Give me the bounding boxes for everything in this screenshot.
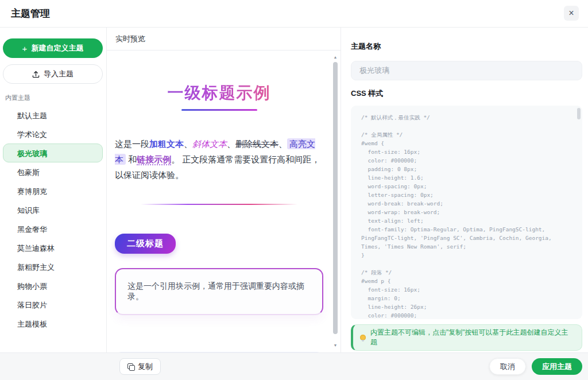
import-theme-button[interactable]: 导入主题 [3, 64, 103, 84]
copy-icon [127, 363, 134, 370]
live-preview-panel: 实时预览 一级标题示例 这是一段加粗文本、斜体文本、删除线文本、高亮文本 和链接… [107, 28, 341, 352]
css-style-label: CSS 样式 [351, 88, 582, 99]
preview-body: 一级标题示例 这是一段加粗文本、斜体文本、删除线文本、高亮文本 和链接示例。 正… [107, 51, 341, 352]
sidebar-item-receipt[interactable]: 购物小票 [3, 276, 103, 295]
copy-button-label: 复制 [138, 362, 153, 372]
theme-name-input[interactable] [351, 61, 582, 80]
dialog-title: 主题管理 [11, 7, 50, 20]
builtin-themes-section-label: 内置主题 [5, 94, 103, 102]
sidebar-item-knowledge-base[interactable]: 知识库 [3, 200, 103, 219]
separator: 、 [278, 139, 287, 149]
theme-name-label: 主题名称 [351, 41, 582, 52]
preview-h1-underline [181, 109, 257, 111]
paragraph-and: 和 [126, 154, 137, 164]
paragraph-prefix: 这是一段 [115, 139, 149, 149]
scrollbar-thumb[interactable] [333, 62, 338, 334]
preview-paragraph: 这是一段加粗文本、斜体文本、删除线文本、高亮文本 和链接示例。 正文段落通常需要… [115, 136, 323, 183]
lightbulb-icon [360, 335, 366, 340]
sidebar-item-sunset-film[interactable]: 落日胶片 [3, 295, 103, 314]
italic-text-sample: 斜体文本 [192, 139, 227, 149]
theme-manager-dialog: 主题管理 × + 新建自定义主题 导入主题 内置主题 默认主题 [0, 0, 588, 380]
preview-h1: 一级标题示例 [115, 82, 323, 104]
sidebar-item-neo-brutalism[interactable]: 新粗野主义 [3, 257, 103, 276]
close-button[interactable]: × [564, 6, 579, 21]
preview-h2-badge: 二级标题 [115, 234, 176, 254]
sidebar-item-default[interactable]: 默认主题 [3, 106, 103, 125]
scroll-up-icon[interactable]: ▲ [332, 54, 339, 61]
upload-icon [32, 71, 40, 78]
preview-header-label: 实时预览 [115, 34, 145, 44]
link-sample[interactable]: 链接示例 [137, 154, 171, 165]
theme-editor-panel: 主题名称 CSS 样式 /* 默认样式，最佳实践 */ /* 全局属性 */ #… [341, 28, 588, 352]
copy-button[interactable]: 复制 [119, 358, 161, 375]
strikethrough-text-sample: 删除线文本 [235, 139, 278, 149]
sidebar-item-black-gold[interactable]: 黑金奢华 [3, 219, 103, 238]
sidebar-item-morandi-forest[interactable]: 莫兰迪森林 [3, 238, 103, 257]
sidebar-item-aurora-glass[interactable]: 极光玻璃 [3, 144, 103, 162]
preview-header: 实时预览 [107, 28, 341, 51]
cancel-button[interactable]: 取消 [489, 358, 526, 375]
tip-text: 内置主题不可编辑，点击"复制"按钮可以基于此主题创建自定义主题 [370, 328, 575, 347]
css-code-block[interactable]: /* 默认样式，最佳实践 */ /* 全局属性 */ #wemd { font-… [351, 106, 582, 319]
theme-sidebar: + 新建自定义主题 导入主题 内置主题 默认主题 学术论文 极光玻璃 包豪斯 赛… [0, 28, 107, 352]
preview-table-header: 平台 特点 适用程度 [115, 352, 323, 352]
separator: 、 [227, 139, 235, 149]
css-code-text: /* 默认样式，最佳实践 */ /* 全局属性 */ #wemd { font-… [351, 106, 582, 319]
bold-text-sample: 加粗文本 [149, 139, 184, 149]
preview-divider [141, 204, 297, 205]
close-icon: × [568, 9, 574, 18]
builtin-theme-tip: 内置主题不可编辑，点击"复制"按钮可以基于此主题创建自定义主题 [351, 324, 582, 351]
sidebar-item-cyberpunk[interactable]: 赛博朋克 [3, 181, 103, 200]
scroll-down-icon[interactable]: ▼ [332, 342, 339, 349]
preview-blockquote: 这是一个引用块示例，通常用于强调重要内容或摘录。 [115, 268, 323, 315]
new-custom-theme-label: 新建自定义主题 [31, 43, 83, 53]
sidebar-item-theme-template[interactable]: 主题模板 [3, 314, 103, 333]
dialog-header: 主题管理 × [0, 0, 588, 28]
sidebar-item-bauhaus[interactable]: 包豪斯 [3, 162, 103, 181]
separator: 、 [184, 139, 192, 149]
plus-icon: + [22, 44, 28, 53]
preview-scrollbar[interactable]: ▲ ▼ [332, 54, 339, 349]
dialog-footer: 复制 取消 应用主题 [0, 352, 588, 380]
sidebar-item-academic[interactable]: 学术论文 [3, 125, 103, 144]
import-theme-label: 导入主题 [44, 69, 74, 79]
code-scrollbar-thumb[interactable] [577, 108, 581, 119]
new-custom-theme-button[interactable]: + 新建自定义主题 [3, 38, 103, 58]
apply-theme-button[interactable]: 应用主题 [532, 358, 582, 375]
